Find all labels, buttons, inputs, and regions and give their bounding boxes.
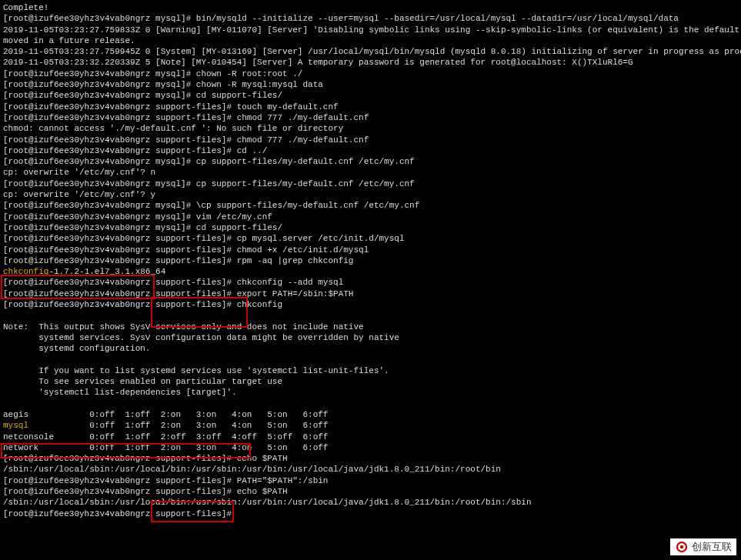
cmd-line: [root@izuf6ee30yhz3v4vab0ngrz support-fi…: [3, 233, 738, 244]
output-line: 2019-11-05T03:23:27.759833Z 0 [Warning] …: [3, 25, 738, 35]
cmd-line: [root@izuf6ee30yhz3v4vab0ngrz support-fi…: [3, 112, 738, 123]
output-line: systemd configuration.: [3, 343, 738, 354]
output-line: 2019-11-05T03:23:27.759945Z 0 [System] […: [3, 46, 738, 57]
output-line: /sbin:/usr/local/sbin:/usr/local/bin:/us…: [3, 497, 738, 508]
cmd-line: [root@izuf6ee30yhz3v4vab0ngrz support-fi…: [3, 453, 738, 464]
mysql-service: mysql: [3, 421, 28, 430]
service-row-aegis: aegis 0:off 1:off 2:on 3:on 4:on 5:on 6:…: [3, 409, 738, 420]
cmd-line: [root@izuf6ee30yhz3v4vab0ngrz mysql]# cd…: [3, 90, 738, 101]
cmd-line: [root@izuf6ee30yhz3v4vab0ngrz mysql]# vi…: [3, 212, 738, 222]
output-line: systemd services. SysV configuration dat…: [3, 332, 738, 343]
terminal-output[interactable]: Complete! [root@izuf6ee30yhz3v4vab0ngrz …: [3, 2, 738, 519]
output-line: chmod: cannot access './my-default.cnf '…: [3, 123, 738, 134]
watermark: 创新互联: [670, 538, 736, 555]
cmd-line: [root@izuf6ee30yhz3v4vab0ngrz support-fi…: [3, 486, 738, 497]
cmd-line: [root@izuf6ee30yhz3v4vab0ngrz support-fi…: [3, 299, 738, 310]
status-line: Complete!: [3, 2, 738, 13]
cmd-line: [root@izuf6ee30yhz3v4vab0ngrz support-fi…: [3, 102, 738, 112]
cmd-line: [root@izuf6ee30yhz3v4vab0ngrz support-fi…: [3, 135, 738, 145]
watermark-text: 创新互联: [692, 541, 732, 554]
service-row-network: network 0:off 1:off 2:on 3:on 4:on 5:on …: [3, 442, 738, 453]
mysql-levels: 0:off 1:off 2:on 3:on 4:on 5:on 6:off: [28, 421, 328, 430]
cmd-line: [root@izuf6ee30yhz3v4vab0ngrz mysql]# ch…: [3, 79, 738, 90]
cmd-line: [root@izuf6ee30yhz3v4vab0ngrz mysql]# bi…: [3, 13, 738, 24]
pkg-name: chkconfig: [3, 267, 48, 276]
output-line: /sbin:/usr/local/sbin:/usr/local/bin:/us…: [3, 464, 738, 475]
cmd-line: [root@izuf6ee30yhz3v4vab0ngrz support-fi…: [3, 288, 738, 299]
cmd-line: [root@izuf6ee30yhz3v4vab0ngrz mysql]# cp…: [3, 156, 738, 167]
cmd-line: [root@izuf6ee30yhz3v4vab0ngrz support-fi…: [3, 255, 738, 266]
cmd-line: [root@izuf6ee30yhz3v4vab0ngrz support-fi…: [3, 145, 738, 156]
blank-line: [3, 310, 738, 321]
service-row-netconsole: netconsole 0:off 1:off 2:off 3:off 4:off…: [3, 432, 738, 442]
cmd-line: [root@izuf6ee30yhz3v4vab0ngrz support-fi…: [3, 245, 738, 255]
output-line: Note: This output shows SysV services on…: [3, 322, 738, 332]
cmd-line: [root@izuf6ee30yhz3v4vab0ngrz support-fi…: [3, 277, 738, 288]
cmd-line: [root@izuf6ee30yhz3v4vab0ngrz mysql]# \c…: [3, 200, 738, 211]
cmd-line: [root@izuf6ee30yhz3v4vab0ngrz support-fi…: [3, 475, 738, 486]
output-line: moved in a future release.: [3, 35, 738, 46]
output-line: If you want to list systemd services use…: [3, 365, 738, 376]
output-line: cp: overwrite '/etc/my.cnf'? n: [3, 167, 738, 178]
blank-line: [3, 398, 738, 409]
cmd-line: [root@izuf6ee30yhz3v4vab0ngrz mysql]# cd…: [3, 222, 738, 233]
output-line: chkconfig-1.7.2-1.el7_3.1.x86_64: [3, 266, 738, 277]
output-line: To see services enabled on particular ta…: [3, 376, 738, 387]
cmd-line: [root@izuf6ee30yhz3v4vab0ngrz mysql]# cp…: [3, 178, 738, 189]
svg-point-1: [680, 545, 684, 549]
pkg-version: -1.7.2-1.el7_3.1.x86_64: [48, 267, 165, 276]
logo-icon: [675, 540, 689, 554]
service-row-mysql: mysql 0:off 1:off 2:on 3:on 4:on 5:on 6:…: [3, 420, 738, 431]
output-line: cp: overwrite '/etc/my.cnf'? y: [3, 189, 738, 200]
cmd-line: [root@izuf6ee30yhz3v4vab0ngrz mysql]# ch…: [3, 68, 738, 79]
output-line: 2019-11-05T03:23:32.220339Z 5 [Note] [MY…: [3, 57, 738, 68]
blank-line: [3, 355, 738, 365]
output-line: 'systemctl list-dependencies [target]'.: [3, 387, 738, 398]
cmd-line: [root@izuf6ee30yhz3v4vab0ngrz support-fi…: [3, 508, 738, 519]
